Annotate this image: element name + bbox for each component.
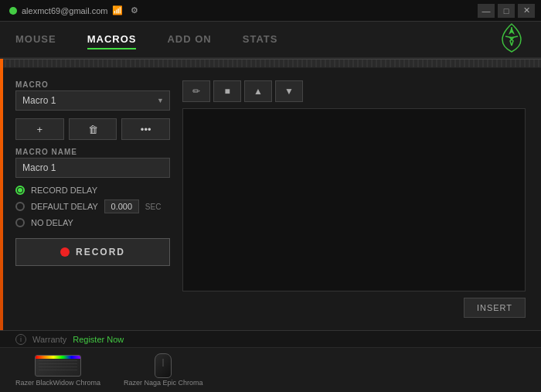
wifi-icon: 📶 [112,5,123,15]
title-bar-user: alexmct69@gmail.com 📶 ⚙ [6,5,141,15]
keyboard-image [35,354,81,377]
delete-macro-button[interactable]: 🗑 [69,118,117,140]
record-button-label: RECORD [76,247,125,257]
default-delay-label: DEFAULT DELAY [31,202,98,211]
default-delay-suffix: SEC [145,203,162,211]
macro-name-section: MACRO NAME [15,148,170,178]
minimize-button[interactable]: — [478,4,495,18]
no-delay-radio[interactable] [15,218,25,227]
warranty-bar: i Warranty Register Now [0,331,541,348]
record-delay-label: RECORD DELAY [31,186,97,195]
move-up-button[interactable]: ▲ [244,80,272,102]
macro-select[interactable]: Macro 1 [15,90,170,111]
record-delay-radio[interactable] [15,186,25,195]
mouse-name: Razer Naga Epic Chroma [124,379,203,387]
keyboard-name: Razer BlackWidow Chroma [15,379,100,387]
nav-item-addon[interactable]: ADD ON [167,30,211,49]
main-content: MACRO Macro 1 + 🗑 ••• MACRO NAME RECORD … [0,68,541,330]
nav-item-macros[interactable]: MACROS [87,30,137,49]
right-panel: ✏ ■ ▲ ▼ INSERT [182,80,526,318]
edit-icon: ✏ [192,86,200,97]
stop-icon: ■ [224,86,230,97]
macro-label: MACRO [15,80,170,89]
macro-section: MACRO Macro 1 [15,80,170,111]
no-delay-option[interactable]: NO DELAY [15,218,170,227]
nav-item-stats[interactable]: STATS [243,30,278,49]
arrow-down-icon: ▼ [284,86,294,97]
maximize-button[interactable]: □ [498,4,515,18]
separator-bar [0,59,541,68]
add-macro-button[interactable]: + [15,118,64,140]
device-item-mouse[interactable]: Razer Naga Epic Chroma [124,354,203,387]
more-options-button[interactable]: ••• [121,118,170,140]
nav-items: MOUSE MACROS ADD ON STATS [15,30,277,49]
macro-name-label: MACRO NAME [15,148,170,156]
default-delay-radio[interactable] [15,202,25,211]
user-email: alexmct69@gmail.com [22,6,107,15]
delay-section: RECORD DELAY DEFAULT DELAY SEC NO DELAY [15,186,170,227]
stop-tool-button[interactable]: ■ [213,80,241,102]
settings-icon: ⚙ [131,5,138,15]
mouse-icon [155,353,172,378]
arrow-up-icon: ▲ [253,86,263,97]
edit-tool-button[interactable]: ✏ [182,80,210,102]
title-bar-controls: — □ ✕ [478,4,535,18]
left-panel: MACRO Macro 1 + 🗑 ••• MACRO NAME RECORD … [15,80,170,318]
keyboard-icon [35,355,81,377]
record-dot-icon [60,247,70,257]
warranty-label: Warranty [32,335,66,344]
action-buttons: + 🗑 ••• [15,118,170,140]
user-status-dot [9,7,17,15]
insert-button[interactable]: INSERT [464,298,526,318]
nav-item-mouse[interactable]: MOUSE [15,30,56,49]
toolbar: ✏ ■ ▲ ▼ [182,80,526,102]
close-button[interactable]: ✕ [518,4,535,18]
nav-bar: MOUSE MACROS ADD ON STATS [0,22,541,59]
macro-name-input[interactable] [15,158,170,178]
default-delay-input[interactable] [104,199,139,213]
bottom-section: i Warranty Register Now Razer BlackWidow… [0,330,541,392]
register-now-link[interactable]: Register Now [73,335,124,344]
default-delay-option[interactable]: DEFAULT DELAY SEC [15,199,170,213]
razer-logo [495,21,529,58]
macro-canvas [182,108,526,291]
title-bar: alexmct69@gmail.com 📶 ⚙ — □ ✕ [0,0,541,22]
move-down-button[interactable]: ▼ [275,80,303,102]
mouse-image [140,354,186,377]
macro-select-wrapper: Macro 1 [15,90,170,111]
info-icon: i [15,334,26,345]
devices-bar: Razer BlackWidow Chroma Razer Naga Epic … [0,348,541,392]
no-delay-label: NO DELAY [31,218,73,227]
record-delay-option[interactable]: RECORD DELAY [15,186,170,195]
record-button[interactable]: RECORD [15,238,170,266]
device-item-keyboard[interactable]: Razer BlackWidow Chroma [15,354,100,387]
